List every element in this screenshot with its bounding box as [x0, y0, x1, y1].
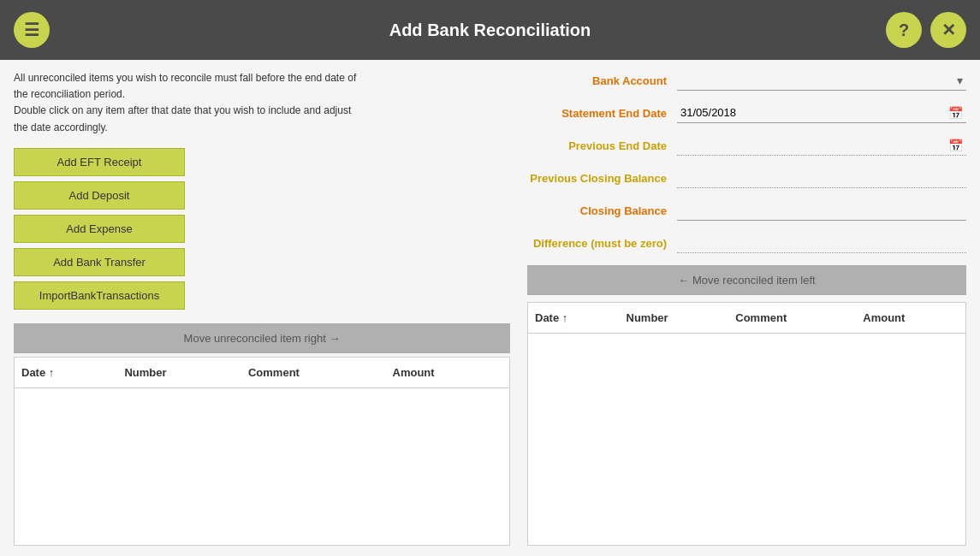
reconciled-table-container: Date ↑ Number Comment Amount [527, 302, 966, 546]
move-right-label: Move unreconciled item right → [184, 332, 341, 345]
previous-end-date-label: Previous End Date [527, 139, 677, 152]
add-bank-transfer-button[interactable]: Add Bank Transfer [14, 248, 185, 276]
difference-input[interactable] [677, 233, 966, 253]
calendar-icon[interactable]: 📅 [948, 106, 963, 120]
previous-closing-balance-input[interactable] [677, 168, 966, 188]
statement-end-date-label: Statement End Date [527, 107, 677, 120]
bank-account-label: Bank Account [527, 74, 677, 87]
right-panel: Bank Account ▾ Statement End Date 📅 Prev… [527, 70, 966, 546]
rcol-number[interactable]: Number [620, 303, 729, 334]
rcol-comment[interactable]: Comment [728, 303, 856, 334]
bank-account-select[interactable] [677, 70, 966, 91]
move-unreconciled-right-button[interactable]: Move unreconciled item right → [14, 323, 510, 353]
previous-end-date-wrap: 📅 [677, 135, 966, 156]
previous-closing-balance-row: Previous Closing Balance [527, 168, 966, 188]
bank-account-row: Bank Account ▾ [527, 70, 966, 91]
action-buttons: Add EFT Receipt Add Deposit Add Expense … [14, 148, 185, 310]
col-number[interactable]: Number [117, 358, 241, 388]
col-date[interactable]: Date ↑ [15, 358, 117, 388]
col-comment[interactable]: Comment [241, 358, 386, 388]
rcol-amount[interactable]: Amount [856, 303, 965, 334]
main-content: All unreconciled items you wish to recon… [0, 60, 980, 556]
close-icon: ✕ [941, 20, 956, 40]
col-amount[interactable]: Amount [386, 358, 510, 388]
menu-button[interactable]: ☰ [14, 12, 50, 48]
add-expense-button[interactable]: Add Expense [14, 215, 185, 243]
difference-row: Difference (must be zero) [527, 233, 966, 253]
move-reconciled-left-button[interactable]: ← Move reconciled item left [527, 265, 966, 295]
menu-icon: ☰ [24, 20, 39, 40]
previous-end-date-input[interactable] [677, 135, 966, 156]
difference-label: Difference (must be zero) [527, 237, 677, 250]
left-panel: All unreconciled items you wish to recon… [14, 70, 510, 546]
difference-wrap [677, 233, 966, 253]
move-left-row: ← Move reconciled item left [527, 265, 966, 295]
help-icon: ? [899, 21, 909, 40]
closing-balance-input[interactable] [677, 200, 966, 221]
closing-balance-label: Closing Balance [527, 204, 677, 217]
import-bank-transactions-button[interactable]: ImportBankTransactions [14, 281, 185, 310]
bank-account-select-wrap: ▾ [677, 70, 966, 91]
page-title: Add Bank Reconciliation [389, 21, 591, 40]
reconciled-table: Date ↑ Number Comment Amount [528, 303, 965, 334]
statement-end-date-wrap: 📅 [677, 103, 966, 123]
info-text: All unreconciled items you wish to recon… [14, 70, 510, 136]
help-button[interactable]: ? [886, 12, 922, 48]
close-button[interactable]: ✕ [930, 12, 966, 48]
header-right-actions: ? ✕ [886, 12, 966, 48]
move-buttons-row: Move unreconciled item right → [14, 323, 510, 353]
closing-balance-wrap [677, 200, 966, 221]
statement-end-date-row: Statement End Date 📅 [527, 103, 966, 123]
statement-end-date-input[interactable] [677, 103, 966, 123]
previous-closing-balance-label: Previous Closing Balance [527, 172, 677, 185]
unreconciled-table-container: Date ↑ Number Comment Amount [14, 357, 510, 546]
closing-balance-row: Closing Balance [527, 200, 966, 221]
calendar-icon-prev[interactable]: 📅 [948, 139, 963, 152]
add-eft-receipt-button[interactable]: Add EFT Receipt [14, 148, 185, 176]
header: ☰ Add Bank Reconciliation ? ✕ [0, 0, 980, 60]
previous-closing-balance-wrap [677, 168, 966, 188]
unreconciled-table: Date ↑ Number Comment Amount [15, 358, 509, 388]
add-deposit-button[interactable]: Add Deposit [14, 181, 185, 210]
move-left-label: ← Move reconciled item left [678, 274, 815, 287]
rcol-date[interactable]: Date ↑ [528, 303, 620, 334]
previous-end-date-row: Previous End Date 📅 [527, 135, 966, 156]
